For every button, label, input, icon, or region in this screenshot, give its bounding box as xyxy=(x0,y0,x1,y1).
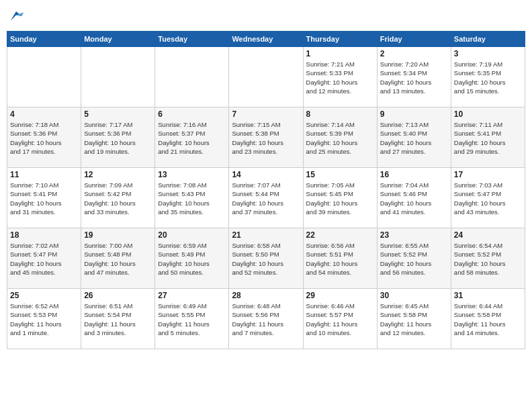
day-info: Sunrise: 6:56 AM Sunset: 5:51 PM Dayligh… xyxy=(306,241,374,277)
calendar-cell: 4Sunrise: 7:18 AM Sunset: 5:36 PM Daylig… xyxy=(7,107,81,168)
calendar-cell: 30Sunrise: 6:45 AM Sunset: 5:58 PM Dayli… xyxy=(377,289,451,349)
day-info: Sunrise: 6:44 AM Sunset: 5:58 PM Dayligh… xyxy=(454,302,522,337)
calendar-week-row: 18Sunrise: 7:02 AM Sunset: 5:47 PM Dayli… xyxy=(7,228,525,289)
calendar-cell: 29Sunrise: 6:46 AM Sunset: 5:57 PM Dayli… xyxy=(303,289,377,349)
day-info: Sunrise: 7:19 AM Sunset: 5:35 PM Dayligh… xyxy=(454,60,522,95)
day-info: Sunrise: 7:08 AM Sunset: 5:43 PM Dayligh… xyxy=(158,181,226,216)
day-info: Sunrise: 7:00 AM Sunset: 5:48 PM Dayligh… xyxy=(84,241,152,277)
day-number: 30 xyxy=(380,291,448,300)
calendar-cell: 6Sunrise: 7:16 AM Sunset: 5:37 PM Daylig… xyxy=(155,107,229,168)
calendar-cell: 23Sunrise: 6:55 AM Sunset: 5:52 PM Dayli… xyxy=(377,228,451,289)
calendar-week-row: 11Sunrise: 7:10 AM Sunset: 5:41 PM Dayli… xyxy=(7,168,525,228)
day-number: 9 xyxy=(380,109,448,119)
day-number: 23 xyxy=(380,230,448,240)
day-info: Sunrise: 7:09 AM Sunset: 5:42 PM Dayligh… xyxy=(84,181,152,216)
calendar-header-row: SundayMondayTuesdayWednesdayThursdayFrid… xyxy=(7,32,525,47)
day-number: 27 xyxy=(158,291,226,300)
calendar-cell: 13Sunrise: 7:08 AM Sunset: 5:43 PM Dayli… xyxy=(155,168,229,228)
calendar-cell: 1Sunrise: 7:21 AM Sunset: 5:33 PM Daylig… xyxy=(303,47,377,107)
day-number: 5 xyxy=(84,109,152,119)
logo-icon xyxy=(7,7,26,26)
day-number: 29 xyxy=(306,291,374,300)
calendar-cell: 31Sunrise: 6:44 AM Sunset: 5:58 PM Dayli… xyxy=(451,289,525,349)
day-number: 3 xyxy=(454,49,522,58)
day-info: Sunrise: 6:46 AM Sunset: 5:57 PM Dayligh… xyxy=(306,302,374,337)
calendar-cell: 9Sunrise: 7:13 AM Sunset: 5:40 PM Daylig… xyxy=(377,107,451,168)
calendar-cell xyxy=(7,47,81,107)
calendar-cell: 28Sunrise: 6:48 AM Sunset: 5:56 PM Dayli… xyxy=(229,289,303,349)
day-number: 16 xyxy=(380,170,448,179)
calendar-cell: 17Sunrise: 7:03 AM Sunset: 5:47 PM Dayli… xyxy=(451,168,525,228)
page-header xyxy=(7,7,525,26)
day-info: Sunrise: 7:11 AM Sunset: 5:41 PM Dayligh… xyxy=(454,120,522,156)
weekday-header: Friday xyxy=(377,32,451,47)
calendar-cell: 3Sunrise: 7:19 AM Sunset: 5:35 PM Daylig… xyxy=(451,47,525,107)
calendar-cell: 7Sunrise: 7:15 AM Sunset: 5:38 PM Daylig… xyxy=(229,107,303,168)
calendar-cell xyxy=(155,47,229,107)
day-info: Sunrise: 6:48 AM Sunset: 5:56 PM Dayligh… xyxy=(232,302,300,337)
day-info: Sunrise: 6:55 AM Sunset: 5:52 PM Dayligh… xyxy=(380,241,448,277)
day-number: 7 xyxy=(232,109,300,119)
calendar-cell: 5Sunrise: 7:17 AM Sunset: 5:36 PM Daylig… xyxy=(81,107,155,168)
day-info: Sunrise: 6:51 AM Sunset: 5:54 PM Dayligh… xyxy=(84,302,152,337)
day-number: 2 xyxy=(380,49,448,58)
day-info: Sunrise: 7:17 AM Sunset: 5:36 PM Dayligh… xyxy=(84,120,152,156)
calendar-week-row: 4Sunrise: 7:18 AM Sunset: 5:36 PM Daylig… xyxy=(7,107,525,168)
weekday-header: Wednesday xyxy=(229,32,303,47)
day-info: Sunrise: 6:45 AM Sunset: 5:58 PM Dayligh… xyxy=(380,302,448,337)
day-info: Sunrise: 6:58 AM Sunset: 5:50 PM Dayligh… xyxy=(232,241,300,277)
day-number: 24 xyxy=(454,230,522,240)
day-info: Sunrise: 7:10 AM Sunset: 5:41 PM Dayligh… xyxy=(10,181,78,216)
day-number: 17 xyxy=(454,170,522,179)
day-number: 8 xyxy=(306,109,374,119)
day-info: Sunrise: 7:07 AM Sunset: 5:44 PM Dayligh… xyxy=(232,181,300,216)
day-info: Sunrise: 7:02 AM Sunset: 5:47 PM Dayligh… xyxy=(10,241,78,277)
day-number: 20 xyxy=(158,230,226,240)
day-info: Sunrise: 7:15 AM Sunset: 5:38 PM Dayligh… xyxy=(232,120,300,156)
calendar-cell: 26Sunrise: 6:51 AM Sunset: 5:54 PM Dayli… xyxy=(81,289,155,349)
weekday-header: Sunday xyxy=(7,32,81,47)
day-info: Sunrise: 7:05 AM Sunset: 5:45 PM Dayligh… xyxy=(306,181,374,216)
day-number: 31 xyxy=(454,291,522,300)
weekday-header: Tuesday xyxy=(155,32,229,47)
day-number: 26 xyxy=(84,291,152,300)
day-info: Sunrise: 7:20 AM Sunset: 5:34 PM Dayligh… xyxy=(380,60,448,95)
day-number: 12 xyxy=(84,170,152,179)
calendar-cell: 10Sunrise: 7:11 AM Sunset: 5:41 PM Dayli… xyxy=(451,107,525,168)
day-info: Sunrise: 6:49 AM Sunset: 5:55 PM Dayligh… xyxy=(158,302,226,337)
day-number: 14 xyxy=(232,170,300,179)
day-number: 13 xyxy=(158,170,226,179)
day-number: 22 xyxy=(306,230,374,240)
calendar-cell: 22Sunrise: 6:56 AM Sunset: 5:51 PM Dayli… xyxy=(303,228,377,289)
day-info: Sunrise: 7:13 AM Sunset: 5:40 PM Dayligh… xyxy=(380,120,448,156)
day-number: 4 xyxy=(10,109,78,119)
calendar-week-row: 25Sunrise: 6:52 AM Sunset: 5:53 PM Dayli… xyxy=(7,289,525,349)
day-number: 18 xyxy=(10,230,78,240)
day-number: 28 xyxy=(232,291,300,300)
day-info: Sunrise: 6:52 AM Sunset: 5:53 PM Dayligh… xyxy=(10,302,78,337)
calendar-cell: 24Sunrise: 6:54 AM Sunset: 5:52 PM Dayli… xyxy=(451,228,525,289)
day-info: Sunrise: 7:18 AM Sunset: 5:36 PM Dayligh… xyxy=(10,120,78,156)
calendar-cell: 20Sunrise: 6:59 AM Sunset: 5:49 PM Dayli… xyxy=(155,228,229,289)
calendar-cell: 15Sunrise: 7:05 AM Sunset: 5:45 PM Dayli… xyxy=(303,168,377,228)
day-number: 19 xyxy=(84,230,152,240)
calendar-table: SundayMondayTuesdayWednesdayThursdayFrid… xyxy=(7,31,525,349)
day-number: 15 xyxy=(306,170,374,179)
calendar-week-row: 1Sunrise: 7:21 AM Sunset: 5:33 PM Daylig… xyxy=(7,47,525,107)
logo xyxy=(7,7,28,26)
svg-marker-0 xyxy=(11,11,22,21)
calendar-cell: 25Sunrise: 6:52 AM Sunset: 5:53 PM Dayli… xyxy=(7,289,81,349)
weekday-header: Monday xyxy=(81,32,155,47)
calendar-cell: 14Sunrise: 7:07 AM Sunset: 5:44 PM Dayli… xyxy=(229,168,303,228)
day-number: 10 xyxy=(454,109,522,119)
day-number: 1 xyxy=(306,49,374,58)
calendar-cell: 8Sunrise: 7:14 AM Sunset: 5:39 PM Daylig… xyxy=(303,107,377,168)
day-info: Sunrise: 7:04 AM Sunset: 5:46 PM Dayligh… xyxy=(380,181,448,216)
calendar-cell: 2Sunrise: 7:20 AM Sunset: 5:34 PM Daylig… xyxy=(377,47,451,107)
day-info: Sunrise: 7:03 AM Sunset: 5:47 PM Dayligh… xyxy=(454,181,522,216)
calendar-cell xyxy=(229,47,303,107)
day-info: Sunrise: 7:21 AM Sunset: 5:33 PM Dayligh… xyxy=(306,60,374,95)
day-number: 21 xyxy=(232,230,300,240)
day-info: Sunrise: 7:14 AM Sunset: 5:39 PM Dayligh… xyxy=(306,120,374,156)
calendar-cell: 12Sunrise: 7:09 AM Sunset: 5:42 PM Dayli… xyxy=(81,168,155,228)
